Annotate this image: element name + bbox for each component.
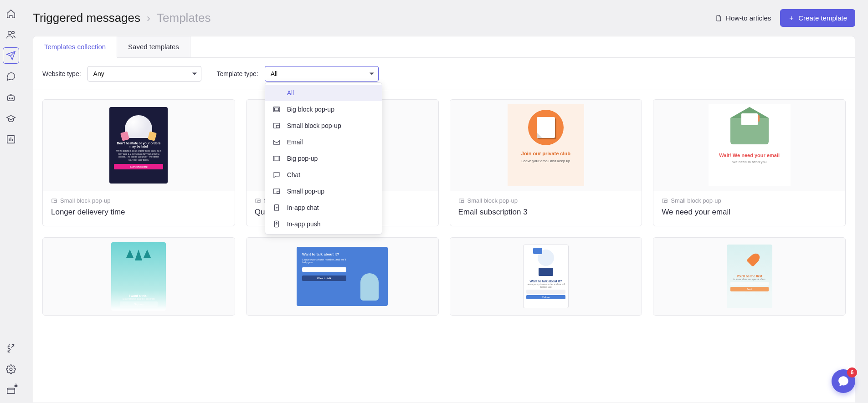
template-type-select[interactable]: All: [265, 66, 379, 82]
templates-grid-row2: I want a trial! to all features and feel…: [42, 237, 846, 316]
svg-rect-8: [15, 385, 17, 387]
template-card[interactable]: Don't hesitate or your orders may be lat…: [42, 99, 235, 226]
website-type-label: Website type:: [42, 70, 81, 77]
dropdown-option-chat[interactable]: Chat: [265, 167, 382, 183]
svg-rect-21: [54, 200, 56, 202]
template-preview: Wait! We need your email We need to send…: [653, 100, 845, 191]
tabs: Templates collection Saved templates: [33, 36, 855, 58]
chat-badge: 6: [847, 367, 857, 377]
dropdown-option-email[interactable]: Email: [265, 134, 382, 150]
svg-rect-7: [7, 388, 15, 393]
dropdown-option-all[interactable]: All: [265, 85, 382, 101]
tab-saved-templates[interactable]: Saved templates: [117, 36, 190, 57]
svg-point-0: [8, 31, 11, 35]
website-type-select[interactable]: Any: [87, 66, 201, 82]
svg-rect-2: [8, 96, 15, 101]
page-title: Templates: [157, 11, 211, 25]
template-title: We need your email: [662, 208, 837, 217]
caret-down-icon: [192, 73, 197, 75]
svg-rect-23: [257, 200, 260, 202]
template-card[interactable]: Join our private club Leave your email a…: [450, 99, 642, 226]
breadcrumb-root[interactable]: Triggered messages: [33, 11, 140, 25]
svg-rect-13: [273, 140, 280, 145]
howto-label: How-to articles: [726, 14, 771, 22]
howto-link[interactable]: How-to articles: [715, 14, 771, 22]
tab-templates-collection[interactable]: Templates collection: [33, 36, 117, 58]
dropdown-option-small-block-popup[interactable]: Small block pop-up: [265, 117, 382, 134]
create-template-label: Create template: [798, 14, 847, 22]
svg-rect-17: [277, 191, 279, 194]
template-title: Longer delievery time: [51, 208, 226, 217]
dropdown-option-big-popup[interactable]: Big pop-up: [265, 150, 382, 167]
svg-point-4: [12, 98, 13, 99]
chevron-right-icon: ›: [147, 12, 150, 25]
create-template-button[interactable]: Create template: [780, 9, 855, 27]
sidebar-chat-icon[interactable]: [3, 68, 19, 85]
template-type-badge: Small block pop-up: [662, 197, 837, 204]
caret-down-icon: [370, 73, 374, 75]
dropdown-option-big-block-popup[interactable]: Big block pop-up: [265, 101, 382, 117]
sidebar-reports-icon[interactable]: [3, 131, 19, 148]
template-card[interactable]: I want a trial! to all features and feel…: [42, 237, 235, 316]
template-card[interactable]: Want to talk about it? Leave your phone …: [450, 237, 642, 316]
website-type-value: Any: [93, 70, 104, 77]
sidebar-home-icon[interactable]: [3, 5, 19, 22]
svg-rect-24: [459, 199, 464, 202]
template-card[interactable]: Wait! We need your email We need to send…: [653, 99, 846, 226]
sidebar-users-icon[interactable]: [3, 26, 19, 43]
template-type-value: All: [271, 70, 278, 77]
sidebar-bot-icon[interactable]: [3, 89, 19, 106]
chat-bubble-button[interactable]: 6: [832, 369, 855, 393]
template-card[interactable]: You'll be the first to know about our sp…: [653, 237, 846, 316]
sidebar: [0, 0, 22, 403]
sidebar-billing-icon[interactable]: [3, 382, 19, 398]
sidebar-addons-icon[interactable]: [3, 340, 19, 357]
template-preview: Join our private club Leave your email a…: [450, 100, 642, 191]
svg-rect-12: [276, 125, 279, 128]
svg-point-3: [9, 98, 10, 99]
svg-rect-20: [52, 199, 57, 202]
template-type-dropdown: All Big block pop-up Small block pop-up: [265, 82, 382, 235]
filters-bar: Website type: Any Template type: All: [33, 58, 855, 90]
template-type-badge: Small block pop-up: [51, 197, 226, 204]
dropdown-option-inapp-chat[interactable]: In-app chat: [265, 199, 382, 216]
template-type-badge: Small block pop-up: [458, 197, 634, 204]
template-type-label: Template type:: [217, 70, 258, 77]
svg-rect-27: [665, 200, 667, 202]
svg-rect-15: [274, 157, 279, 160]
svg-point-1: [12, 31, 15, 34]
templates-grid: Don't hesitate or your orders may be lat…: [42, 99, 846, 226]
template-preview: Don't hesitate or your orders may be lat…: [43, 100, 235, 191]
svg-point-6: [10, 368, 12, 371]
svg-rect-10: [274, 108, 278, 111]
svg-rect-11: [273, 123, 280, 128]
sidebar-education-icon[interactable]: [3, 110, 19, 127]
template-title: Email subscription 3: [458, 208, 634, 217]
template-card[interactable]: Want to talk about it? Leave your phone …: [246, 237, 439, 316]
dropdown-option-inapp-push[interactable]: In-app push: [265, 216, 382, 232]
svg-rect-22: [256, 199, 261, 202]
sidebar-settings-icon[interactable]: [3, 361, 19, 377]
sidebar-send-icon[interactable]: [3, 47, 19, 64]
svg-rect-26: [663, 199, 668, 202]
page-header: Triggered messages › Templates How-to ar…: [33, 9, 855, 27]
svg-rect-25: [461, 200, 463, 202]
dropdown-option-small-popup[interactable]: Small pop-up: [265, 183, 382, 199]
breadcrumb: Triggered messages › Templates: [33, 11, 211, 25]
